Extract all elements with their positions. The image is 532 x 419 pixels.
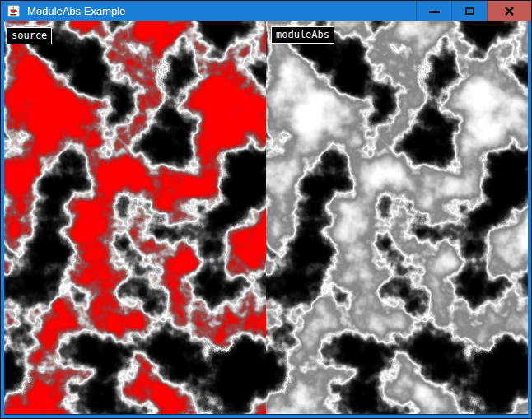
app-window: ModuleAbs Example xyxy=(0,0,532,419)
window-title: ModuleAbs Example xyxy=(27,1,125,21)
maximize-square-icon xyxy=(465,7,474,15)
minimize-dash-icon xyxy=(429,11,440,13)
close-button[interactable] xyxy=(487,1,531,21)
titlebar[interactable]: ModuleAbs Example xyxy=(1,1,531,21)
source-panel: source xyxy=(4,21,266,414)
moduleabs-panel: moduleAbs xyxy=(266,21,528,414)
source-noise-image xyxy=(4,21,266,414)
java-coffee-cup-icon xyxy=(7,5,20,17)
moduleabs-noise-image xyxy=(266,21,528,414)
close-x-icon xyxy=(505,7,514,16)
source-label: source xyxy=(7,27,52,44)
moduleabs-label: moduleAbs xyxy=(271,26,334,44)
maximize-button[interactable] xyxy=(451,1,487,21)
window-controls xyxy=(416,1,531,21)
minimize-button[interactable] xyxy=(416,1,451,21)
render-content-area: source xyxy=(4,21,528,414)
